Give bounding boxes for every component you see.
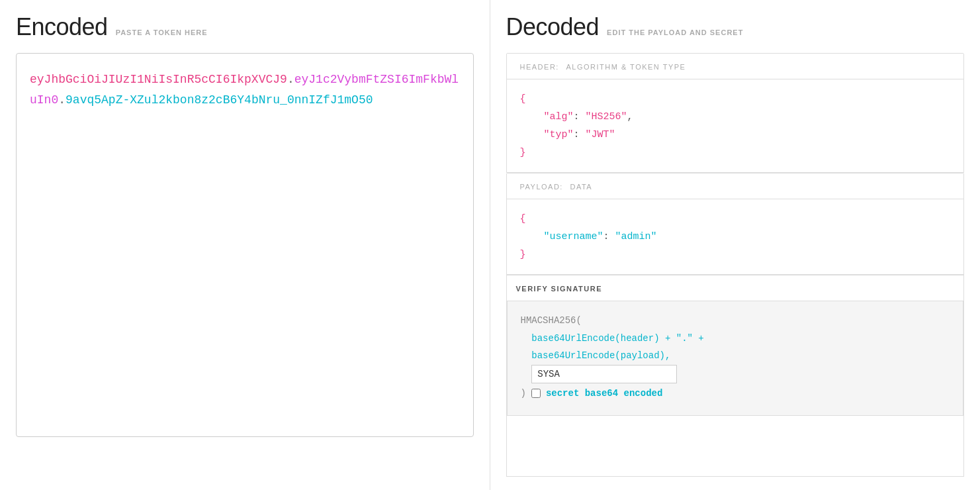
encoded-panel: Encoded PASTE A TOKEN HERE eyJhbGciOiJIU… xyxy=(0,0,490,490)
encoded-title: Encoded xyxy=(16,13,108,41)
decoded-title: Decoded xyxy=(506,13,600,41)
base64-encoded-checkbox[interactable] xyxy=(531,389,541,398)
header-close-brace: } xyxy=(520,147,526,158)
alg-key: "alg" xyxy=(544,111,574,122)
decoded-subtitle: EDIT THE PAYLOAD AND SECRET xyxy=(607,28,743,36)
verify-section: VERIFY SIGNATURE HMACSHA256( base64UrlEn… xyxy=(506,275,965,477)
username-value: "admin" xyxy=(615,231,657,242)
verify-code-block: HMACSHA256( base64UrlEncode(header) + ".… xyxy=(521,312,950,402)
payload-open-brace: { xyxy=(520,213,526,224)
secret-input[interactable] xyxy=(531,365,677,383)
header-label: HEADER: ALGORITHM & TOKEN TYPE xyxy=(516,56,686,76)
verify-label: VERIFY SIGNATURE xyxy=(516,278,603,302)
verify-body: HMACSHA256( base64UrlEncode(header) + ".… xyxy=(507,301,964,416)
secret-row: ) secret base64 encoded xyxy=(521,385,950,403)
header-section: HEADER: ALGORITHM & TOKEN TYPE { "alg": … xyxy=(506,53,965,173)
close-paren: ) xyxy=(521,385,526,403)
typ-value: "JWT" xyxy=(586,129,615,140)
payload-close-brace: } xyxy=(520,249,526,260)
encoded-subtitle: PASTE A TOKEN HERE xyxy=(116,28,208,36)
secret-base64-label: secret base64 encoded xyxy=(546,385,662,403)
hmac-func: HMACSHA256( xyxy=(521,315,582,326)
verify-line2: base64UrlEncode(header) + "." + xyxy=(531,333,703,344)
payload-label: PAYLOAD: DATA xyxy=(516,176,593,196)
encoded-token-box[interactable]: eyJhbGciOiJIUzI1NiIsInR5cCI6IkpXVCJ9.eyJ… xyxy=(16,53,474,437)
encoded-header: Encoded PASTE A TOKEN HERE xyxy=(16,13,474,41)
token-dot1: . xyxy=(287,73,294,86)
payload-json[interactable]: { "username": "admin" } xyxy=(507,199,964,275)
token-part3: 9avq5ApZ-XZul2kbon8z2cB6Y4bNru_0nnIZfJ1m… xyxy=(66,93,373,107)
alg-value: "HS256" xyxy=(586,111,627,122)
username-key: "username" xyxy=(544,231,603,242)
typ-key: "typ" xyxy=(544,129,574,140)
decoded-panel: Decoded EDIT THE PAYLOAD AND SECRET HEAD… xyxy=(490,0,981,490)
header-open-brace: { xyxy=(520,93,526,105)
token-part1: eyJhbGciOiJIUzI1NiIsInR5cCI6IkpXVCJ9 xyxy=(30,73,287,86)
decoded-header: Decoded EDIT THE PAYLOAD AND SECRET xyxy=(506,13,965,41)
verify-line3: base64UrlEncode(payload), xyxy=(531,350,670,361)
header-json[interactable]: { "alg": "HS256", "typ": "JWT" } xyxy=(507,79,964,173)
payload-section: PAYLOAD: DATA { "username": "admin" } xyxy=(506,173,965,275)
token-dot2: . xyxy=(58,93,66,107)
